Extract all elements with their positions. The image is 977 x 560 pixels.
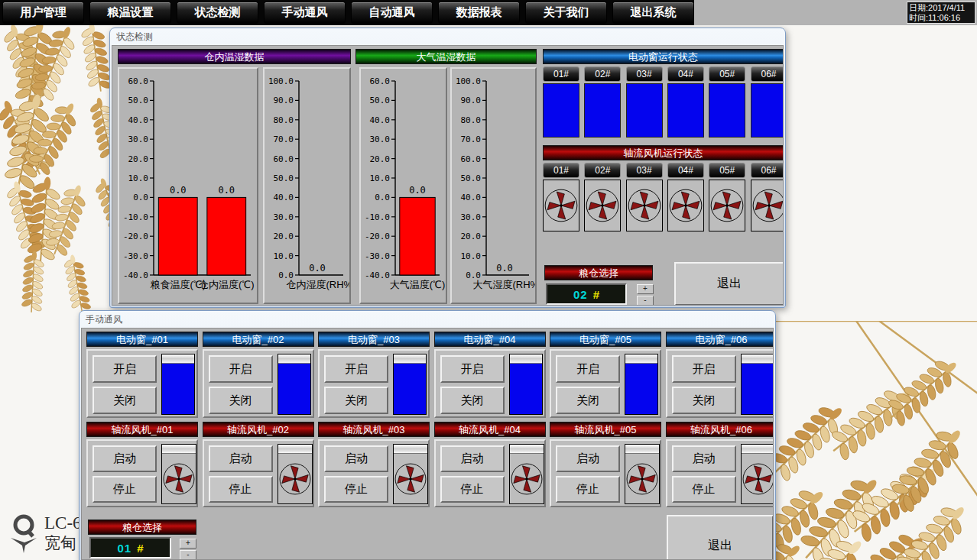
logo-glyph-icon: [8, 513, 40, 555]
window-open-indicator: [751, 83, 784, 138]
window-position-indicator: [161, 354, 195, 415]
desktop: LC-6 宽甸 用户管理粮温设置状态检测手动通风自动通风数据报表关于我们退出系统…: [0, 0, 977, 560]
fan-stop-button[interactable]: 停止: [324, 476, 388, 503]
indicator-band: [625, 354, 657, 364]
window-close-button[interactable]: 关闭: [440, 387, 505, 414]
manual-bin-up-button[interactable]: +: [180, 539, 196, 549]
window-close-button[interactable]: 关闭: [93, 387, 157, 414]
window-column-header: 电动窗_#01: [86, 332, 198, 347]
menu-item-grain-temp-settings[interactable]: 粮温设置: [89, 2, 171, 24]
window-close-button[interactable]: 关闭: [672, 387, 736, 414]
fan-stop-button[interactable]: 停止: [556, 476, 620, 503]
indicator-band: [742, 354, 774, 364]
fan-start-button[interactable]: 启动: [93, 445, 157, 472]
fan-indicator-panel: [509, 444, 544, 504]
svg-text:大气温度(℃): 大气温度(℃): [390, 279, 446, 290]
svg-text:50.0: 50.0: [128, 95, 149, 105]
fan-icon: [627, 183, 662, 228]
svg-text:10.0: 10.0: [461, 251, 482, 261]
indicator-band: [510, 354, 542, 364]
manual-vent-window: 手动通风 电动窗_#01开启关闭电动窗_#02开启关闭电动窗_#03开启关闭电动…: [79, 310, 776, 560]
menu-item-data-reports[interactable]: 数据报表: [438, 2, 520, 24]
fan-unit-label: 03#: [626, 163, 663, 178]
window-position-indicator: [509, 354, 543, 415]
status-exit-button[interactable]: 退出: [674, 262, 784, 306]
window-open-button[interactable]: 开启: [556, 355, 620, 383]
fan-start-button[interactable]: 启动: [324, 445, 388, 472]
menu-item-user-management[interactable]: 用户管理: [2, 2, 84, 24]
menu-item-exit-system[interactable]: 退出系统: [612, 2, 694, 24]
logo-text-line1: LC-6: [44, 513, 82, 533]
status-window-body: 仓内温湿数据 大气温湿数据 电动窗运行状态 60.050.040.030.020…: [112, 45, 784, 306]
fan-column-box: 启动停止: [318, 439, 430, 507]
svg-text:0.0: 0.0: [496, 263, 513, 274]
menu-item-auto-ventilation[interactable]: 自动通风: [351, 2, 433, 24]
status-bin-down-button[interactable]: -: [637, 296, 654, 306]
window-close-button[interactable]: 关闭: [209, 387, 273, 414]
indicator-band: [394, 354, 426, 364]
fan-column-header: 轴流风机_#04: [434, 422, 546, 437]
window-open-button[interactable]: 开启: [440, 355, 505, 383]
fan-start-button[interactable]: 启动: [209, 445, 273, 472]
menu-item-about-us[interactable]: 关于我们: [525, 2, 607, 24]
fan-unit-label: 01#: [543, 163, 579, 178]
fan-indicator-panel: [741, 444, 774, 504]
svg-text:-10.0: -10.0: [365, 212, 390, 222]
fan-stop-button[interactable]: 停止: [93, 476, 157, 503]
status-window-titlebar[interactable]: 状态检测: [110, 28, 785, 45]
svg-text:30.0: 30.0: [274, 212, 294, 222]
fan-icon: [751, 183, 784, 228]
fan-wrap: [625, 454, 659, 503]
indicator-band: [162, 445, 196, 454]
window-open-indicator: [543, 83, 579, 138]
svg-text:60.0: 60.0: [128, 76, 149, 86]
status-bin-up-button[interactable]: +: [637, 284, 654, 294]
indicator-band: [742, 445, 774, 454]
fan-start-button[interactable]: 启动: [440, 445, 505, 472]
svg-text:90.0: 90.0: [274, 95, 294, 105]
window-open-button[interactable]: 开启: [93, 355, 157, 383]
window-open-button[interactable]: 开启: [324, 355, 388, 383]
svg-text:100.0: 100.0: [268, 76, 294, 86]
chart-bin-hum-svg: 100.090.080.070.060.050.040.030.020.010.…: [265, 69, 349, 303]
window-open-button[interactable]: 开启: [209, 355, 273, 383]
window-column-box: 开启关闭: [550, 349, 661, 418]
svg-text:70.0: 70.0: [461, 134, 482, 144]
window-open-indicator: [626, 83, 663, 138]
svg-text:0.0: 0.0: [133, 193, 148, 202]
fan-column-header: 轴流风机_#02: [203, 422, 314, 437]
fan-unit-label: 02#: [584, 163, 621, 178]
svg-text:0.0: 0.0: [218, 185, 235, 196]
wheat-decoration-left: [0, 25, 111, 323]
chart-atmos-temperature: 60.050.040.030.020.010.00.0-10.0-20.0-30…: [359, 67, 447, 304]
menu-item-manual-ventilation[interactable]: 手动通风: [264, 2, 346, 24]
fan-icon: [162, 456, 196, 502]
chart-bin-temperature: 60.050.040.030.020.010.00.0-10.0-20.0-30…: [118, 67, 258, 304]
svg-text:10.0: 10.0: [274, 251, 294, 261]
date-label: 日期:: [909, 3, 928, 13]
window-close-button[interactable]: 关闭: [556, 387, 620, 414]
manual-window-titlebar[interactable]: 手动通风: [80, 311, 775, 328]
fan-stop-button[interactable]: 停止: [440, 476, 505, 503]
fan-run-indicator: [626, 180, 663, 231]
manual-bin-value: 01: [117, 542, 131, 555]
window-close-button[interactable]: 关闭: [324, 387, 388, 414]
manual-bin-down-button[interactable]: -: [180, 550, 196, 560]
fan-column-box: 启动停止: [434, 439, 546, 507]
fan-column-box: 启动停止: [550, 439, 661, 507]
menu-item-status-detection[interactable]: 状态检测: [177, 2, 258, 24]
fan-start-button[interactable]: 启动: [556, 445, 620, 472]
fan-stop-button[interactable]: 停止: [672, 476, 736, 503]
fan-start-button[interactable]: 启动: [672, 445, 736, 472]
svg-text:20.0: 20.0: [128, 154, 149, 164]
chart-atmos-hum-svg: 100.090.080.070.060.050.040.030.020.010.…: [452, 69, 535, 303]
manual-exit-button[interactable]: 退出: [667, 515, 774, 560]
window-position-indicator: [393, 354, 427, 415]
fan-stop-button[interactable]: 停止: [209, 476, 273, 503]
svg-text:0.0: 0.0: [170, 185, 187, 196]
indicator-band: [278, 354, 310, 364]
window-unit-label: 06#: [751, 66, 784, 82]
fan-run-indicator: [751, 180, 784, 231]
window-open-button[interactable]: 开启: [672, 355, 736, 383]
svg-text:0.0: 0.0: [409, 185, 426, 196]
